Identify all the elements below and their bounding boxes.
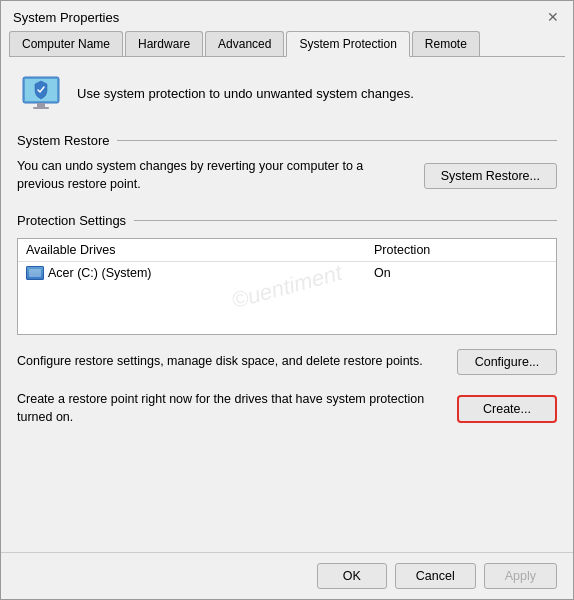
configure-description: Configure restore settings, manage disk … [17,353,441,371]
drive-name-cell: Acer (C:) (System) [26,266,374,280]
tab-remote[interactable]: Remote [412,31,480,56]
system-properties-window: System Properties ✕ Computer Name Hardwa… [0,0,574,600]
header-section: Use system protection to undo unwanted s… [17,69,557,117]
drives-table-wrapper: Available Drives Protection Acer (C:) (S… [17,238,557,335]
protection-settings-section: Protection Settings Available Drives Pro… [17,213,557,426]
drives-table: Available Drives Protection Acer (C:) (S… [17,238,557,335]
system-restore-title: System Restore [17,133,109,148]
cancel-button[interactable]: Cancel [395,563,476,589]
protection-settings-title: Protection Settings [17,213,126,228]
configure-row: Configure restore settings, manage disk … [17,349,557,375]
create-button[interactable]: Create... [457,395,557,423]
section-divider [117,140,557,141]
apply-button[interactable]: Apply [484,563,557,589]
drives-table-header: Available Drives Protection [18,239,556,262]
system-restore-description: You can undo system changes by reverting… [17,158,408,193]
ok-button[interactable]: OK [317,563,387,589]
tab-computer-name[interactable]: Computer Name [9,31,123,56]
system-restore-row: You can undo system changes by reverting… [17,158,557,193]
system-restore-section: System Restore You can undo system chang… [17,133,557,193]
close-button[interactable]: ✕ [545,9,561,25]
section-divider-2 [134,220,557,221]
create-description: Create a restore point right now for the… [17,391,441,426]
drive-icon [26,266,44,280]
system-restore-button[interactable]: System Restore... [424,163,557,189]
footer: OK Cancel Apply [1,552,573,599]
svg-rect-3 [33,107,49,109]
configure-button[interactable]: Configure... [457,349,557,375]
content-area: Use system protection to undo unwanted s… [1,57,573,552]
drive-protection-cell: On [374,266,548,280]
shield-icon [17,69,65,117]
tab-advanced[interactable]: Advanced [205,31,284,56]
svg-rect-2 [37,103,45,107]
system-restore-header: System Restore [17,133,557,148]
create-row: Create a restore point right now for the… [17,391,557,426]
header-description: Use system protection to undo unwanted s… [77,86,414,101]
tab-bar: Computer Name Hardware Advanced System P… [1,25,573,56]
window-title: System Properties [13,10,119,25]
title-bar: System Properties ✕ [1,1,573,25]
tab-system-protection[interactable]: System Protection [286,31,409,57]
tab-hardware[interactable]: Hardware [125,31,203,56]
protection-settings-header: Protection Settings [17,213,557,228]
col-available-drives: Available Drives [26,243,374,257]
col-protection: Protection [374,243,548,257]
table-row[interactable]: Acer (C:) (System) On [18,262,556,284]
